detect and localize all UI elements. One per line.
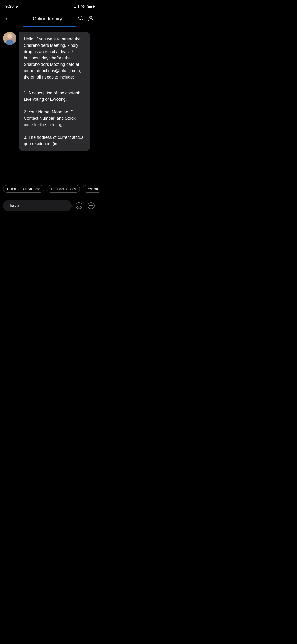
status-time: 9:36 <box>5 4 14 9</box>
page-title: Online Inquiry <box>33 16 62 22</box>
message-input[interactable] <box>3 200 72 211</box>
nav-actions <box>78 15 94 22</box>
chat-top-bar <box>23 26 76 27</box>
svg-point-3 <box>76 203 82 209</box>
add-button[interactable] <box>86 201 96 210</box>
profile-icon[interactable] <box>88 15 94 22</box>
svg-point-2 <box>90 16 92 18</box>
signal-4g-label: 4G <box>81 5 85 8</box>
nav-bar: ‹ Online Inquiry <box>0 12 99 26</box>
message-bubble: Hello, if you want to attend the Shareho… <box>19 32 90 151</box>
signal-bars-icon <box>74 5 79 8</box>
location-arrow-icon: ➤ <box>16 4 19 9</box>
status-icons: 4G <box>74 5 94 8</box>
svg-line-1 <box>82 19 83 21</box>
quick-reply-transaction-fees[interactable]: Transaction fees <box>47 185 80 193</box>
message-row: Hello, if you want to attend the Shareho… <box>0 32 99 151</box>
svg-point-4 <box>78 205 78 205</box>
status-bar: 9:36 ➤ 4G <box>0 0 99 12</box>
avatar <box>3 32 16 45</box>
scroll-indicator <box>98 45 98 66</box>
input-bar <box>0 196 99 215</box>
quick-replies-bar: Estimated arrival time Transaction fees … <box>0 181 99 196</box>
battery-icon <box>87 5 94 8</box>
quick-reply-referral-offer[interactable]: Referral offer <box>83 185 99 193</box>
quick-reply-estimated-arrival[interactable]: Estimated arrival time <box>3 185 44 193</box>
svg-point-5 <box>80 205 80 205</box>
emoji-button[interactable] <box>74 201 84 210</box>
chat-area: Hello, if you want to attend the Shareho… <box>0 26 99 181</box>
back-button[interactable]: ‹ <box>5 15 17 22</box>
message-text-list: 1. A description of the content: Live vo… <box>24 90 86 147</box>
message-text: Hello, if you want to attend the Shareho… <box>24 36 86 80</box>
search-icon[interactable] <box>78 15 84 22</box>
